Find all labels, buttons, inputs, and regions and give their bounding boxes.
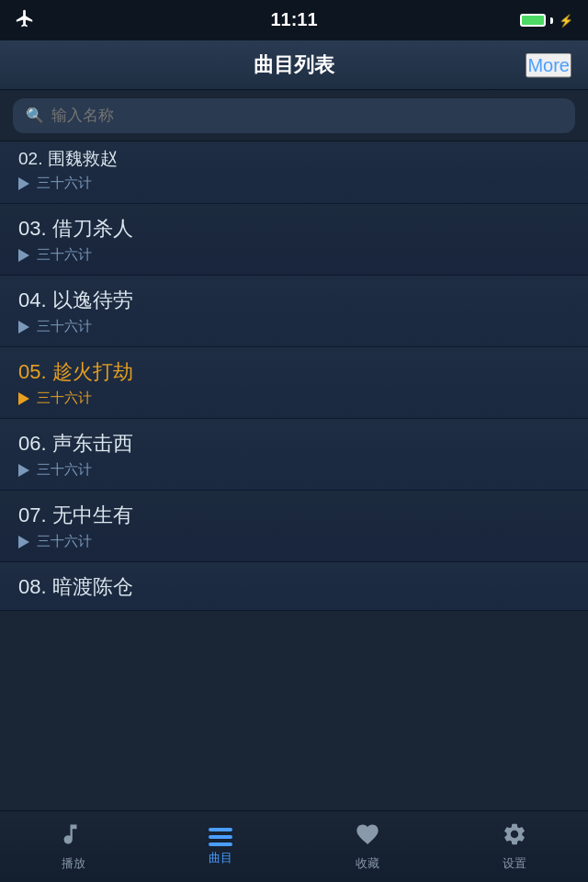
list-item[interactable]: 04. 以逸待劳 三十六计 bbox=[0, 276, 588, 347]
tab-tracklist[interactable]: 曲目 bbox=[147, 811, 294, 882]
tab-bar: 播放 曲目 收藏 设置 bbox=[0, 810, 588, 882]
play-arrow-icon bbox=[18, 249, 29, 262]
track-list: 02. 围魏救赵 三十六计 03. 借刀杀人 三十六计 04. 以逸待劳 三十六… bbox=[0, 141, 588, 812]
nav-bar: 曲目列表 More bbox=[0, 40, 588, 90]
tab-favorites-label: 收藏 bbox=[356, 855, 379, 872]
play-arrow-icon bbox=[18, 464, 29, 477]
search-bar: 🔍 bbox=[0, 90, 588, 141]
track-meta: 三十六计 bbox=[18, 533, 570, 550]
play-arrow-icon bbox=[18, 392, 29, 405]
track-title: 08. 暗渡陈仓 bbox=[18, 573, 570, 601]
track-album: 三十六计 bbox=[37, 533, 92, 550]
track-album: 三十六计 bbox=[37, 390, 92, 407]
track-album: 三十六计 bbox=[37, 461, 92, 479]
list-item[interactable]: 07. 无中生有 三十六计 bbox=[0, 491, 588, 562]
status-left bbox=[15, 8, 35, 32]
tab-settings-label: 设置 bbox=[503, 855, 526, 872]
list-item[interactable]: 03. 借刀杀人 三十六计 bbox=[0, 204, 588, 276]
charging-icon: ⚡ bbox=[559, 14, 573, 28]
tab-play-label: 播放 bbox=[62, 855, 85, 872]
track-album: 三十六计 bbox=[37, 318, 92, 335]
gear-icon bbox=[502, 821, 527, 852]
track-meta: 三十六计 bbox=[18, 390, 570, 407]
heart-icon bbox=[355, 821, 380, 852]
track-title: 07. 无中生有 bbox=[18, 502, 570, 529]
track-title: 06. 声东击西 bbox=[18, 430, 570, 458]
track-album: 三十六计 bbox=[37, 175, 92, 192]
track-meta: 三十六计 bbox=[18, 175, 570, 192]
list-item[interactable]: 08. 暗渡陈仓 bbox=[0, 562, 588, 611]
search-input-wrapper: 🔍 bbox=[13, 98, 575, 133]
airplane-icon bbox=[15, 8, 35, 32]
more-button[interactable]: More bbox=[526, 52, 571, 77]
battery-icon bbox=[520, 14, 553, 27]
track-meta: 三十六计 bbox=[18, 246, 570, 264]
track-album: 三十六计 bbox=[37, 246, 92, 264]
track-title: 03. 借刀杀人 bbox=[18, 215, 570, 243]
status-bar: 11:11 ⚡ bbox=[0, 0, 588, 40]
list-item[interactable]: 02. 围魏救赵 三十六计 bbox=[0, 141, 588, 204]
status-time: 11:11 bbox=[270, 9, 317, 30]
tab-tracklist-label: 曲目 bbox=[209, 850, 232, 866]
play-arrow-icon bbox=[18, 177, 29, 190]
play-arrow-icon bbox=[18, 536, 29, 548]
search-icon: 🔍 bbox=[26, 107, 44, 124]
list-item[interactable]: 05. 趁火打劫 三十六计 bbox=[0, 347, 588, 419]
track-meta: 三十六计 bbox=[18, 318, 570, 335]
list-icon bbox=[209, 828, 232, 846]
play-arrow-icon bbox=[18, 321, 29, 334]
track-title: 04. 以逸待劳 bbox=[18, 287, 570, 314]
track-title: 05. 趁火打劫 bbox=[18, 358, 570, 386]
track-title: 02. 围魏救赵 bbox=[18, 147, 570, 171]
track-meta: 三十六计 bbox=[18, 461, 570, 479]
search-input[interactable] bbox=[51, 107, 562, 125]
nav-title: 曲目列表 bbox=[254, 51, 334, 79]
music-note-icon bbox=[61, 821, 86, 852]
list-item[interactable]: 06. 声东击西 三十六计 bbox=[0, 419, 588, 491]
status-right: ⚡ bbox=[520, 14, 573, 28]
tab-favorites[interactable]: 收藏 bbox=[294, 811, 441, 882]
tab-settings[interactable]: 设置 bbox=[441, 811, 588, 882]
tab-play[interactable]: 播放 bbox=[0, 811, 147, 882]
